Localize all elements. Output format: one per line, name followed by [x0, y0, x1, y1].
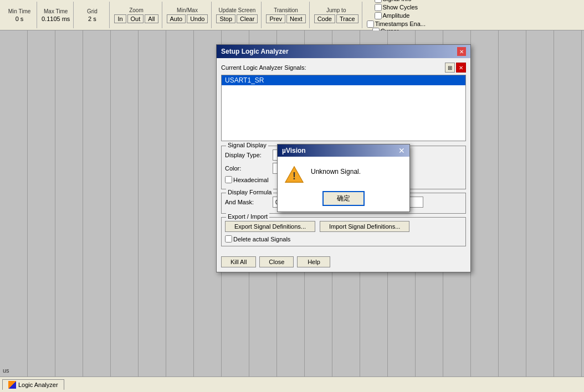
alert-close-button[interactable]: ✕ [398, 147, 405, 154]
zoom-label: Zoom [129, 7, 144, 13]
transition-prev-button[interactable]: Prev [266, 14, 285, 23]
signals-icon-buttons: ⊞ ✕ [445, 63, 466, 73]
tab-label: Logic Analyzer [18, 381, 58, 388]
timestamps-checkbox-label[interactable]: Timestamps Ena... [367, 20, 426, 28]
confirm-button[interactable]: 确定 [322, 191, 365, 206]
grid-value: 2 s [78, 16, 106, 22]
delete-actual-label: Delete actual Signals [233, 236, 290, 243]
jump-trace-button[interactable]: Trace [336, 14, 358, 23]
min-time-value: 0 s [6, 16, 33, 22]
bottom-bar: Logic Analyzer [0, 376, 584, 392]
signals-remove-icon-button[interactable]: ✕ [456, 63, 466, 73]
update-screen-group: Update Screen Stop Clear [213, 2, 262, 28]
tab-icon [8, 381, 16, 389]
help-button[interactable]: Help [297, 256, 330, 267]
delete-actual-checkbox[interactable] [225, 235, 232, 243]
alert-title: µVision [282, 147, 306, 154]
timestamps-checkbox[interactable] [367, 20, 374, 28]
signal-info-checkbox[interactable] [375, 0, 382, 3]
min-max-group: Min/Max Auto Undo [163, 2, 212, 28]
min-time-label: Min Time [8, 8, 31, 14]
signals-header-row: Current Logic Analyzer Signals: ⊞ ✕ [221, 63, 466, 73]
signals-list[interactable]: USART1_SR [221, 75, 466, 141]
import-signal-button[interactable]: Import Signal Definitions... [320, 221, 409, 232]
grid-group: Grid 2 s [75, 2, 110, 28]
grid-label: Grid [87, 8, 98, 14]
color-label: Color: [225, 165, 269, 172]
alert-dialog: µVision ✕ ! Unknown Signal. 确定 [277, 144, 410, 212]
alert-body: ! Unknown Signal. [278, 157, 409, 189]
alert-titlebar: µVision ✕ [278, 145, 409, 157]
delete-actual-checkbox-label[interactable]: Delete actual Signals [225, 235, 462, 243]
export-import-buttons-row: Export Signal Definitions... Import Sign… [225, 221, 462, 232]
jump-to-label: Jump to [326, 7, 346, 13]
max-time-group: Max Time 0.1105 ms [38, 2, 74, 28]
display-formula-legend: Display Formula [226, 189, 273, 195]
transition-group: Transition Prev Next [263, 2, 309, 28]
signals-header-label: Current Logic Analyzer Signals: [221, 64, 306, 71]
status-us: us [3, 367, 9, 374]
logic-analyzer-tab[interactable]: Logic Analyzer [2, 379, 64, 390]
export-signal-button[interactable]: Export Signal Definitions... [225, 221, 315, 232]
jump-code-button[interactable]: Code [314, 14, 335, 23]
amplitude-checkbox-label[interactable]: Amplitude [375, 12, 410, 19]
export-import-section: Export / Import Export Signal Definition… [221, 217, 466, 246]
zoom-out-button[interactable]: Out [127, 14, 144, 23]
svg-text:!: ! [293, 171, 296, 182]
checkboxes-group: Signal Info Show Cycles Amplitude Timest… [363, 2, 429, 28]
export-import-legend: Export / Import [226, 213, 269, 220]
min-max-label: Min/Max [177, 7, 198, 13]
max-time-value: 0.1105 ms [42, 16, 70, 22]
signal-item-usart1[interactable]: USART1_SR [222, 75, 465, 85]
min-time-group: Min Time 0 s [2, 2, 37, 28]
transition-next-button[interactable]: Next [286, 14, 306, 23]
toolbar: Min Time 0 s Max Time 0.1105 ms Grid 2 s… [0, 0, 584, 30]
update-clear-button[interactable]: Clear [237, 14, 258, 23]
display-type-label: Display Type: [225, 152, 269, 158]
footer-buttons: Kill All Close Help [221, 256, 330, 267]
min-max-undo-button[interactable]: Undo [187, 14, 208, 23]
zoom-in-button[interactable]: In [114, 14, 126, 23]
and-mask-label: And Mask: [225, 199, 269, 205]
update-stop-button[interactable]: Stop [216, 14, 235, 23]
transition-label: Transition [274, 7, 298, 13]
hexadecimal-checkbox[interactable] [225, 176, 232, 183]
kill-all-button[interactable]: Kill All [221, 256, 256, 267]
close-button[interactable]: Close [259, 256, 294, 267]
zoom-all-button[interactable]: All [145, 14, 158, 23]
show-cycles-checkbox-label[interactable]: Show Cycles [375, 4, 418, 11]
jump-to-group: Jump to Code Trace [311, 2, 362, 28]
hexadecimal-label: Hexadecimal [233, 177, 269, 183]
amplitude-checkbox[interactable] [375, 12, 382, 19]
setup-dialog-close-button[interactable]: ✕ [457, 47, 466, 56]
signal-display-legend: Signal Display [226, 142, 268, 148]
max-time-label: Max Time [44, 8, 68, 14]
show-cycles-checkbox[interactable] [375, 4, 382, 11]
alert-message: Unknown Signal. [311, 166, 361, 176]
alert-footer: 确定 [278, 189, 409, 212]
hexadecimal-checkbox-label[interactable]: Hexadecimal [225, 176, 269, 183]
setup-dialog-footer: Kill All Close Help [217, 254, 470, 272]
update-screen-label: Update Screen [219, 7, 256, 13]
setup-dialog-title: Setup Logic Analyzer [221, 48, 289, 55]
setup-dialog-titlebar: Setup Logic Analyzer ✕ [217, 45, 470, 58]
signal-info-checkbox-label[interactable]: Signal Info [375, 0, 412, 3]
warning-icon: ! [284, 166, 304, 183]
signals-add-icon-button[interactable]: ⊞ [445, 63, 455, 73]
min-max-auto-button[interactable]: Auto [167, 14, 186, 23]
zoom-group: Zoom In Out All [111, 2, 162, 28]
